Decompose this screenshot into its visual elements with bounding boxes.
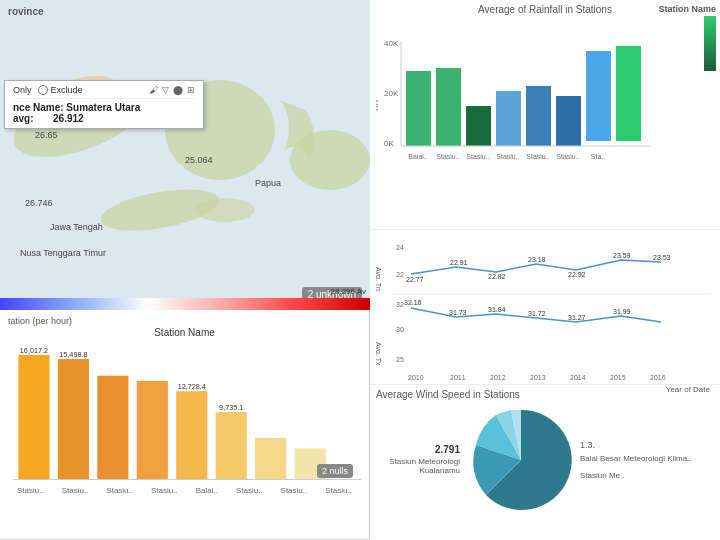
svg-text:22.92: 22.92 [568,271,586,278]
province-value: Sumatera Utara [66,102,140,113]
province-row: nce Name: Sumatera Utara [13,102,195,113]
svg-text:22: 22 [396,271,404,278]
svg-text:30: 30 [396,326,404,333]
map-area[interactable]: rovince Only Exclude 🖌 ▽ ⬤ ⊞ [0,0,370,310]
map-label-1: 26.65 [35,130,58,140]
svg-text:2012: 2012 [490,374,506,381]
bottom-left-chart: tation (per hour) Station Name 16,017.2 … [0,310,369,538]
svg-text:20K: 20K [384,89,399,98]
svg-rect-30 [586,51,611,141]
svg-rect-31 [616,46,641,141]
svg-text:Balai..: Balai.. [408,153,428,160]
svg-point-5 [195,198,255,222]
svg-text:Stasiu..: Stasiu.. [436,153,459,160]
right-panel: Average of Rainfall in Stations Station … [370,0,720,540]
wind-right-label: Stasiun Me.. [580,471,696,480]
map-label-ntt: Nusa Tenggara Timur [20,248,106,258]
svg-text:15,498.8: 15,498.8 [59,350,87,359]
map-label-2: 26.746 [25,198,53,208]
svg-text:Stasiu..: Stasiu.. [496,153,519,160]
svg-text:32: 32 [396,301,404,308]
svg-text:24: 24 [396,244,404,251]
legend-bar [704,16,716,71]
tooltip-exclude[interactable]: Exclude [38,85,83,95]
svg-text:2013: 2013 [530,374,546,381]
svg-text:Stasiu..: Stasiu.. [526,153,549,160]
dashboard: rovince Only Exclude 🖌 ▽ ⬤ ⊞ [0,0,720,540]
svg-rect-26 [466,106,491,146]
map-tooltip[interactable]: Only Exclude 🖌 ▽ ⬤ ⊞ nce Name: [4,80,204,129]
svg-rect-7 [18,355,49,480]
bar-labels: Stasiu.. Stasiu.. Stasiu.. Stasiu.. Bala… [8,486,361,495]
svg-text:40K: 40K [384,39,399,48]
svg-text:0K: 0K [384,139,394,148]
gradient-right-label: 28.296 Av [331,287,366,296]
svg-text:Stasiu..: Stasiu.. [556,153,579,160]
wind-content: 2.791 Stasiun Meteorologi Kualanamu [376,402,714,517]
bottom-bar-svg: 16,017.2 15,498.8 12,728.4 9,735.1 [8,342,361,482]
svg-rect-25 [436,68,461,146]
svg-text:Avg. Tx: Avg. Tx [376,342,382,366]
gradient-bar [0,298,370,310]
svg-text:31.84: 31.84 [488,306,506,313]
map-label-jawa: Jawa Tengah [50,222,103,232]
exclude-radio[interactable] [38,85,48,95]
tooltip-icons: 🖌 ▽ ⬤ ⊞ [149,85,195,95]
svg-rect-17 [255,438,286,480]
line-charts: Avg. Tn 24 22 22.77 22.91 22.82 23.18 22… [370,230,720,385]
svg-text:31.27: 31.27 [568,314,586,321]
grid-icon[interactable]: ⊞ [187,85,195,95]
svg-text:2016: 2016 [650,374,666,381]
filter-icon[interactable]: ▽ [162,85,169,95]
svg-text:23.18: 23.18 [528,256,546,263]
avg-value: 26.912 [53,113,84,124]
svg-text:32.16: 32.16 [404,299,422,306]
svg-text:12,728.4: 12,728.4 [178,382,206,391]
svg-rect-9 [58,359,89,479]
svg-text:23.53: 23.53 [653,254,671,261]
station-subtitle: tation (per hour) [8,316,361,326]
map-header: rovince [8,6,44,17]
station-legend: Station Name [658,4,716,14]
svg-point-4 [290,130,370,190]
wind-center-label: Balai Besar Meteorologi Klima.. [580,454,696,463]
svg-rect-12 [137,381,168,480]
wind-pie-section: Average Wind Speed in Stations 2.791 Sta… [370,385,720,540]
svg-text:16,017.2: 16,017.2 [20,346,48,355]
dot-icon[interactable]: ⬤ [173,85,183,95]
svg-text:RR: RR [376,99,380,111]
left-panel: rovince Only Exclude 🖌 ▽ ⬤ ⊞ [0,0,370,540]
svg-rect-24 [406,71,431,146]
svg-text:31.72: 31.72 [528,310,546,317]
rainfall-svg: 40K 20K 0K RR Balai.. Stasiu.. Stasiu.. … [376,21,696,196]
nulls-badge: 2 nulls [317,464,353,478]
svg-text:9,735.1: 9,735.1 [219,403,243,412]
bar-chart-container: 16,017.2 15,498.8 12,728.4 9,735.1 [8,342,361,502]
wind-right: 1.3. Balai Besar Meteorologi Klima.. Sta… [576,440,696,480]
avg-row: avg: 26.912 [13,113,195,124]
svg-rect-29 [556,96,581,146]
svg-text:Sta..: Sta.. [591,153,605,160]
svg-rect-28 [526,86,551,146]
svg-rect-13 [176,391,207,479]
svg-text:2011: 2011 [450,374,466,381]
svg-rect-27 [496,91,521,146]
svg-text:2015: 2015 [610,374,626,381]
svg-text:31.99: 31.99 [613,308,631,315]
paint-icon[interactable]: 🖌 [149,85,158,95]
rainfall-chart: Average of Rainfall in Stations Station … [370,0,720,230]
tooltip-body: nce Name: Sumatera Utara avg: 26.912 [13,102,195,124]
map-label-papua: Papua [255,178,281,188]
tooltip-header: Only Exclude 🖌 ▽ ⬤ ⊞ [13,85,195,99]
svg-text:22.82: 22.82 [488,273,506,280]
svg-text:22.77: 22.77 [406,276,424,283]
svg-text:25: 25 [396,356,404,363]
tooltip-only-btn[interactable]: Only [13,85,32,95]
svg-text:23.59: 23.59 [613,252,631,259]
line-charts-svg: Avg. Tn 24 22 22.77 22.91 22.82 23.18 22… [376,232,716,382]
svg-text:31.73: 31.73 [449,309,467,316]
map-label-3: 25.064 [185,155,213,165]
wind-pie-svg [466,405,576,515]
wind-top-label: 1.3. [580,440,696,450]
wind-left: 2.791 Stasiun Meteorologi Kualanamu [376,444,466,475]
